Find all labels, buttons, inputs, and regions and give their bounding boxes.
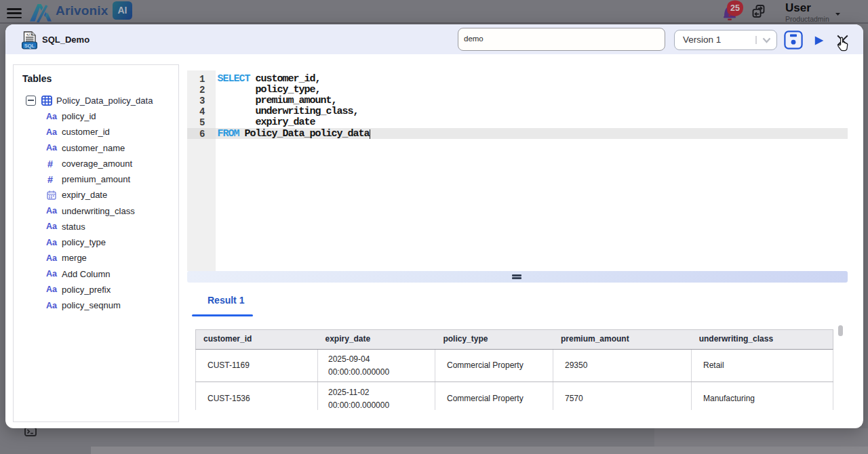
svg-text:SQL: SQL [24, 43, 35, 49]
svg-text:</>: </> [26, 33, 33, 37]
svg-text:25: 25 [730, 3, 740, 13]
